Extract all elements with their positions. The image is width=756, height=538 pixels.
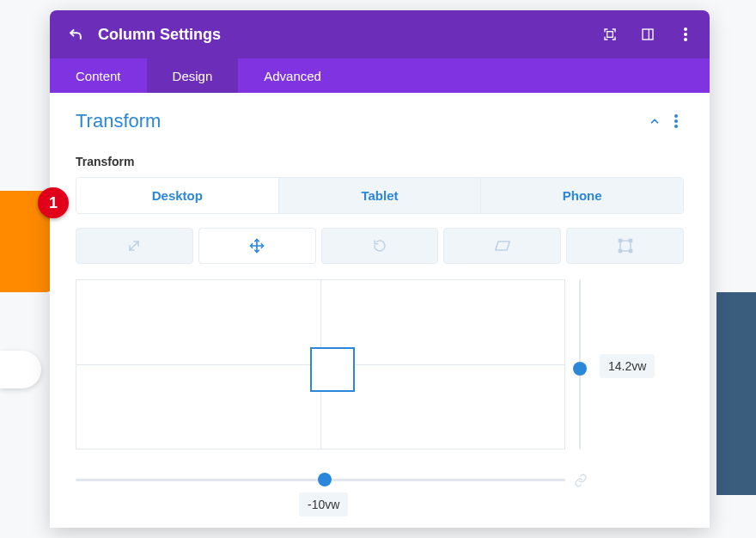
more-vertical-icon xyxy=(684,28,687,41)
bg-white-pill xyxy=(0,351,41,388)
horizontal-thumb[interactable] xyxy=(318,473,332,486)
svg-point-6 xyxy=(674,114,678,118)
expand-button[interactable] xyxy=(601,26,619,43)
svg-marker-12 xyxy=(495,241,509,250)
expand-icon xyxy=(603,28,617,41)
svg-point-8 xyxy=(674,125,678,128)
step-badge: 1 xyxy=(38,187,69,218)
tool-origin[interactable] xyxy=(566,228,684,264)
transform-handle[interactable] xyxy=(310,347,355,392)
chevron-up-icon xyxy=(649,115,661,127)
device-tab-phone[interactable]: Phone xyxy=(480,178,683,213)
transform-canvas[interactable] xyxy=(76,279,565,449)
tool-translate[interactable] xyxy=(198,228,316,264)
tab-design[interactable]: Design xyxy=(147,58,239,93)
more-button[interactable] xyxy=(677,26,694,43)
horizontal-value[interactable]: -10vw xyxy=(299,492,348,517)
back-arrow-icon xyxy=(67,26,84,43)
svg-rect-0 xyxy=(607,32,613,38)
skew-icon xyxy=(494,240,511,252)
move-icon xyxy=(249,238,265,254)
section-header: Transform xyxy=(76,110,684,132)
svg-rect-1 xyxy=(643,29,653,40)
main-tabs: Content Design Advanced xyxy=(50,58,710,93)
horizontal-rail xyxy=(76,479,565,481)
section-more-button[interactable] xyxy=(668,114,684,128)
device-tab-desktop[interactable]: Desktop xyxy=(76,178,278,213)
tool-scale[interactable] xyxy=(76,228,193,264)
vertical-value[interactable]: 14.2vw xyxy=(600,354,655,378)
svg-point-5 xyxy=(684,38,687,41)
tab-content[interactable]: Content xyxy=(50,58,147,93)
device-tab-tablet[interactable]: Tablet xyxy=(278,178,481,213)
vertical-thumb[interactable] xyxy=(573,362,587,376)
svg-rect-17 xyxy=(629,250,631,253)
link-values-button[interactable] xyxy=(574,474,588,487)
link-icon xyxy=(574,474,588,487)
layout-button[interactable] xyxy=(639,26,656,43)
svg-rect-16 xyxy=(619,250,621,253)
bg-blue-strip xyxy=(716,292,756,495)
horizontal-slider[interactable]: -10vw xyxy=(76,479,565,481)
tab-advanced[interactable]: Advanced xyxy=(238,58,347,93)
tool-rotate[interactable] xyxy=(321,228,439,264)
svg-rect-15 xyxy=(629,240,631,242)
collapse-button[interactable] xyxy=(646,115,663,127)
svg-rect-14 xyxy=(619,240,621,242)
panel-header: Column Settings xyxy=(50,10,710,58)
more-vertical-icon xyxy=(674,114,678,128)
header-actions xyxy=(601,26,694,43)
tool-skew[interactable] xyxy=(443,228,561,264)
svg-point-7 xyxy=(674,119,678,123)
vertical-slider[interactable]: 14.2vw xyxy=(576,279,598,449)
back-button[interactable] xyxy=(65,24,86,45)
layout-icon xyxy=(641,28,655,41)
device-tabs: Desktop Tablet Phone xyxy=(76,177,684,214)
transform-tool-tabs xyxy=(76,228,684,264)
transform-canvas-wrap: 14.2vw xyxy=(76,279,684,468)
section-title: Transform xyxy=(76,110,646,132)
scale-icon xyxy=(125,237,143,254)
rotate-icon xyxy=(372,238,387,254)
origin-icon xyxy=(618,238,633,254)
svg-point-4 xyxy=(684,33,687,36)
section-sub-label: Transform xyxy=(76,155,684,168)
panel-title: Column Settings xyxy=(98,26,601,44)
settings-panel: Column Settings Content Design Advanced … xyxy=(50,10,710,528)
step-badge-number: 1 xyxy=(49,194,58,212)
svg-point-3 xyxy=(684,28,687,31)
panel-body: Transform Transform Desktop Tablet Phone xyxy=(50,93,710,481)
svg-line-9 xyxy=(130,241,138,250)
